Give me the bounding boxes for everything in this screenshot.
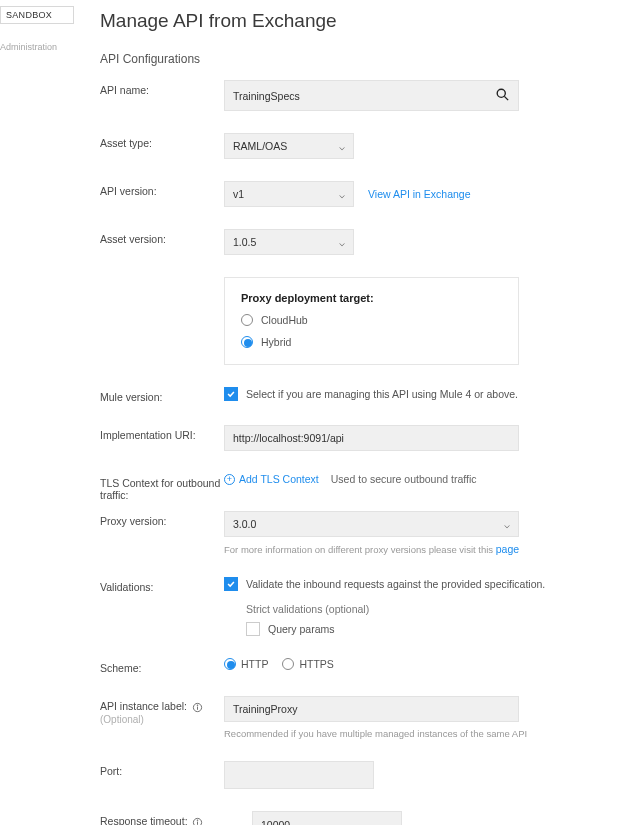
- validations-label: Validations:: [100, 577, 224, 593]
- api-instance-input[interactable]: TrainingProxy: [224, 696, 519, 722]
- response-timeout-input[interactable]: 10000: [252, 811, 402, 825]
- scheme-https-label: HTTPS: [299, 658, 333, 670]
- tls-hint-text: Used to secure outbound traffic: [331, 473, 477, 485]
- scheme-label: Scheme:: [100, 658, 224, 674]
- mule-version-label: Mule version:: [100, 387, 224, 403]
- implementation-uri-label: Implementation URI:: [100, 425, 224, 441]
- proxy-version-value: 3.0.0: [233, 518, 256, 530]
- api-version-label: API version:: [100, 181, 224, 197]
- page-title: Manage API from Exchange: [100, 10, 591, 32]
- proxy-version-label: Proxy version:: [100, 511, 224, 527]
- query-params-checkbox[interactable]: [246, 622, 260, 636]
- port-label: Port:: [100, 761, 224, 777]
- validations-checkbox[interactable]: [224, 577, 238, 591]
- proxy-deployment-box: Proxy deployment target: CloudHub Hybrid: [224, 277, 519, 365]
- proxy-version-page-link[interactable]: page: [496, 543, 519, 555]
- scheme-http-label: HTTP: [241, 658, 268, 670]
- chevron-down-icon: ⌵: [504, 519, 510, 530]
- search-icon[interactable]: [495, 87, 510, 104]
- radio-icon: [241, 314, 253, 326]
- scheme-option-https[interactable]: HTTPS: [282, 658, 333, 670]
- asset-type-label: Asset type:: [100, 133, 224, 149]
- api-instance-help: Recommended if you have multiple managed…: [224, 728, 591, 739]
- api-version-value: v1: [233, 188, 244, 200]
- proxy-option-cloudhub[interactable]: CloudHub: [241, 314, 502, 326]
- api-name-input[interactable]: TrainingSpecs: [224, 80, 519, 111]
- strict-validations-heading: Strict validations (optional): [246, 603, 591, 615]
- chevron-down-icon: ⌵: [339, 189, 345, 200]
- asset-version-label: Asset version:: [100, 229, 224, 245]
- proxy-deployment-heading: Proxy deployment target:: [241, 292, 502, 304]
- asset-version-value: 1.0.5: [233, 236, 256, 248]
- mule-version-text: Select if you are managing this API usin…: [246, 388, 518, 400]
- response-timeout-label: Response timeout: (Optional): [100, 811, 224, 825]
- radio-icon: [282, 658, 294, 670]
- plus-icon: +: [224, 474, 235, 485]
- svg-point-0: [497, 89, 505, 97]
- sidebar: SANDBOX Administration: [0, 0, 78, 825]
- add-tls-context-link[interactable]: + Add TLS Context: [224, 473, 319, 485]
- scheme-option-http[interactable]: HTTP: [224, 658, 268, 670]
- asset-type-select[interactable]: RAML/OAS ⌵: [224, 133, 354, 159]
- asset-version-select[interactable]: 1.0.5 ⌵: [224, 229, 354, 255]
- chevron-down-icon: ⌵: [339, 237, 345, 248]
- validations-text: Validate the inbound requests against th…: [246, 578, 545, 590]
- main-content: Manage API from Exchange API Configurati…: [78, 0, 621, 825]
- proxy-option-hybrid[interactable]: Hybrid: [241, 336, 502, 348]
- proxy-option-cloudhub-label: CloudHub: [261, 314, 308, 326]
- svg-line-1: [504, 96, 508, 100]
- svg-point-7: [198, 820, 199, 821]
- tls-context-label: TLS Context for outbound traffic:: [100, 473, 224, 501]
- api-instance-value: TrainingProxy: [233, 703, 297, 715]
- api-name-value: TrainingSpecs: [233, 90, 300, 102]
- radio-icon: [241, 336, 253, 348]
- info-icon[interactable]: [192, 702, 203, 713]
- view-in-exchange-link[interactable]: View API in Exchange: [368, 188, 471, 200]
- add-tls-context-label: Add TLS Context: [239, 473, 319, 485]
- section-heading: API Configurations: [100, 52, 591, 66]
- proxy-version-help: For more information on different proxy …: [224, 543, 591, 555]
- implementation-uri-input[interactable]: http://localhost:9091/api: [224, 425, 519, 451]
- proxy-version-select[interactable]: 3.0.0 ⌵: [224, 511, 519, 537]
- mule-version-checkbox[interactable]: [224, 387, 238, 401]
- implementation-uri-value: http://localhost:9091/api: [233, 432, 344, 444]
- svg-point-4: [197, 705, 198, 706]
- api-name-label: API name:: [100, 80, 224, 96]
- chevron-down-icon: ⌵: [339, 141, 345, 152]
- api-version-select[interactable]: v1 ⌵: [224, 181, 354, 207]
- proxy-option-hybrid-label: Hybrid: [261, 336, 291, 348]
- strict-validations-block: Strict validations (optional) Query para…: [246, 603, 591, 636]
- query-params-label: Query params: [268, 623, 335, 635]
- port-input[interactable]: [224, 761, 374, 789]
- radio-icon: [224, 658, 236, 670]
- sandbox-selector[interactable]: SANDBOX: [0, 6, 74, 24]
- info-icon[interactable]: [192, 817, 203, 825]
- sidebar-item-administration[interactable]: Administration: [0, 42, 74, 52]
- api-instance-label: API instance label: (Optional): [100, 696, 224, 725]
- asset-type-value: RAML/OAS: [233, 140, 287, 152]
